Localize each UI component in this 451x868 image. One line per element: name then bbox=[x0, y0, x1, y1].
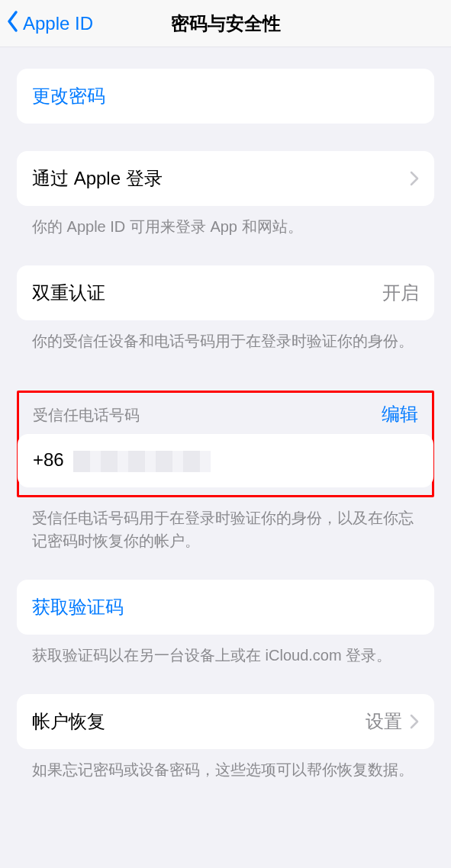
sign-in-apple-cell[interactable]: 通过 Apple 登录 bbox=[17, 151, 434, 206]
two-factor-label: 双重认证 bbox=[32, 281, 105, 305]
chevron-left-icon bbox=[6, 10, 20, 37]
trusted-phone-cell[interactable]: +86 bbox=[18, 434, 433, 487]
account-recovery-value-text: 设置 bbox=[366, 709, 402, 734]
edit-button[interactable]: 编辑 bbox=[382, 402, 418, 426]
account-recovery-group: 帐户恢复 设置 bbox=[17, 694, 434, 749]
sign-in-apple-group: 通过 Apple 登录 bbox=[17, 151, 434, 206]
two-factor-cell[interactable]: 双重认证 开启 bbox=[17, 265, 434, 320]
account-recovery-footer: 如果忘记密码或设备密码，这些选项可以帮你恢复数据。 bbox=[17, 749, 434, 781]
account-recovery-value: 设置 bbox=[366, 709, 419, 734]
trusted-phone-header-label: 受信任电话号码 bbox=[33, 405, 140, 426]
sign-in-apple-label: 通过 Apple 登录 bbox=[32, 166, 163, 191]
two-factor-group: 双重认证 开启 bbox=[17, 265, 434, 320]
get-code-footer: 获取验证码以在另一台设备上或在 iCloud.com 登录。 bbox=[17, 635, 434, 667]
trusted-phone-group: +86 bbox=[18, 434, 433, 487]
two-factor-value: 开启 bbox=[382, 281, 419, 305]
get-code-group: 获取验证码 bbox=[17, 580, 434, 635]
change-password-cell[interactable]: 更改密码 bbox=[17, 69, 434, 124]
account-recovery-label: 帐户恢复 bbox=[32, 709, 105, 734]
back-button[interactable]: Apple ID bbox=[6, 10, 93, 37]
trusted-phone-header: 受信任电话号码 编辑 bbox=[18, 402, 433, 434]
trusted-phone-highlight: 受信任电话号码 编辑 +86 bbox=[17, 391, 434, 497]
navigation-bar: Apple ID 密码与安全性 bbox=[0, 0, 451, 47]
trusted-phone-prefix: +86 bbox=[33, 449, 64, 470]
sign-in-apple-footer: 你的 Apple ID 可用来登录 App 和网站。 bbox=[17, 206, 434, 238]
chevron-right-icon bbox=[410, 171, 419, 186]
trusted-phone-number: +86 bbox=[33, 449, 211, 472]
get-code-cell[interactable]: 获取验证码 bbox=[17, 580, 434, 635]
account-recovery-cell[interactable]: 帐户恢复 设置 bbox=[17, 694, 434, 749]
change-password-group: 更改密码 bbox=[17, 69, 434, 124]
chevron-right-icon bbox=[410, 714, 419, 729]
back-label: Apple ID bbox=[23, 13, 93, 34]
trusted-phone-footer: 受信任电话号码用于在登录时验证你的身份，以及在你忘记密码时恢复你的帐户。 bbox=[17, 497, 434, 552]
get-code-label: 获取验证码 bbox=[32, 595, 124, 619]
change-password-label: 更改密码 bbox=[32, 84, 105, 108]
redacted-phone-digits bbox=[73, 451, 211, 472]
two-factor-footer: 你的受信任设备和电话号码用于在登录时验证你的身份。 bbox=[17, 320, 434, 352]
